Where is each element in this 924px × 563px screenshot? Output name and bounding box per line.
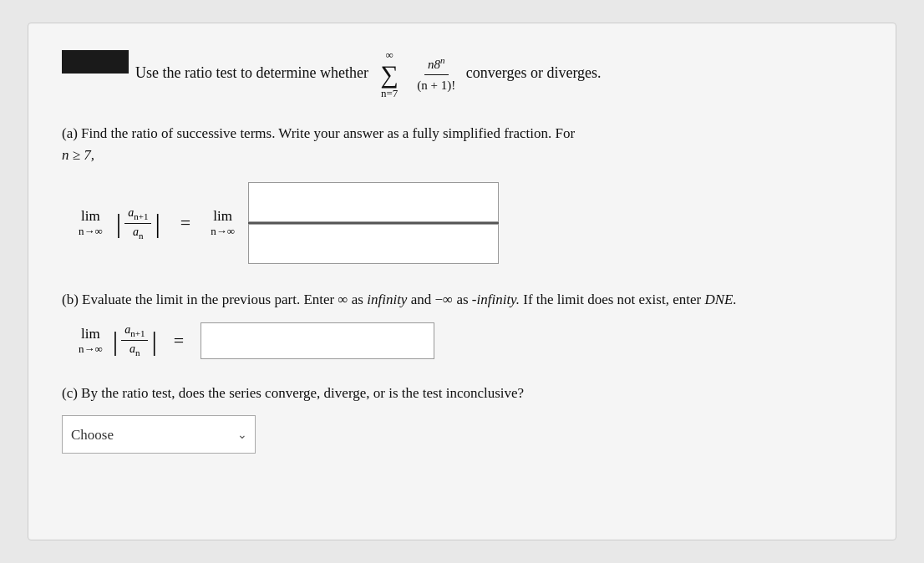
abs-bar-right-a: | — [155, 210, 160, 236]
series-numer-base: n — [428, 58, 434, 71]
inner-numer-b: an+1 — [121, 323, 148, 341]
series-numerator: n8n — [424, 53, 449, 76]
denom-b-sub: n — [135, 347, 140, 358]
denominator-input-a[interactable] — [248, 224, 499, 264]
part-c-label: (c) By the ratio test, does the series c… — [62, 383, 862, 404]
abs-bar-left-a: | — [116, 210, 121, 236]
series-fraction: n8n (n + 1)! — [414, 53, 459, 95]
lim-word-a1: lim — [81, 208, 100, 225]
part-b-section: (b) Evaluate the limit in the previous p… — [62, 289, 862, 359]
lim-sub-b: n→∞ — [79, 342, 103, 356]
part-a-section: (a) Find the ratio of successive terms. … — [62, 123, 862, 264]
suffix-text: converges or diverges. — [466, 64, 602, 81]
page-container: Use the ratio test to determine whether … — [0, 0, 924, 563]
abs-fraction-a: | an+1 an | — [116, 206, 160, 241]
part-b-text-end: If the limit does not exist, enter — [523, 292, 701, 307]
part-b-label: (b) Evaluate the limit in the previous p… — [62, 289, 862, 311]
big-fraction-a — [248, 182, 499, 264]
part-b-text-mid: and −∞ as — [411, 292, 469, 307]
equals-a: = — [180, 212, 190, 234]
part-b-infinity-italic: infinity — [367, 292, 407, 307]
card: Use the ratio test to determine whether … — [28, 23, 896, 540]
lim-block-a2: lim n→∞ — [211, 208, 235, 238]
part-b-neg-infinity-italic: -infinity. — [472, 292, 520, 307]
dropdown-wrapper: Choose converges diverges inconclusive ⌄ — [62, 415, 256, 454]
sigma-bottom-bound: n=7 — [381, 87, 398, 100]
denom-a-base: a — [133, 226, 139, 238]
part-a-label: (a) Find the ratio of successive terms. … — [62, 123, 862, 165]
lim-sub-a1: n→∞ — [79, 225, 103, 238]
equals-b: = — [174, 330, 184, 352]
lim-block-a1: lim n→∞ — [79, 208, 103, 238]
lim-word-a2: lim — [213, 208, 232, 225]
numer-a-sub: n+1 — [134, 211, 148, 221]
lim-sub-a2: n→∞ — [211, 225, 235, 238]
intro-text: Use the ratio test to determine whether — [135, 64, 368, 81]
numerator-input-a[interactable] — [248, 182, 499, 222]
header-row: Use the ratio test to determine whether … — [62, 48, 862, 99]
header-text: Use the ratio test to determine whether … — [135, 48, 602, 99]
numer-b-sub: n+1 — [130, 328, 145, 338]
sigma-symbol: ∑ — [380, 62, 398, 87]
part-b-text-start: (b) Evaluate the limit in the previous p… — [62, 292, 363, 307]
series-numer-8: 8 — [434, 58, 441, 71]
inner-fraction-b: an+1 an — [121, 323, 148, 358]
abs-fraction-b: | an+1 an | — [113, 323, 157, 358]
lim-block-b: lim n→∞ — [79, 326, 103, 356]
part-a-condition: n ≥ 7, — [62, 147, 94, 163]
inner-denom-b: an — [126, 341, 144, 358]
part-b-dne-italic: DNE. — [704, 292, 736, 307]
part-b-equation: lim n→∞ | an+1 an | = — [79, 322, 862, 359]
inner-numer-a: an+1 — [124, 206, 151, 224]
part-a-equation: lim n→∞ | an+1 an | = — [79, 182, 862, 264]
denom-a-sub: n — [139, 230, 144, 240]
abs-bar-left-b: | — [113, 327, 118, 354]
black-rect — [62, 50, 129, 74]
series-denominator: (n + 1)! — [414, 75, 459, 95]
inner-fraction-a: an+1 an — [124, 206, 151, 241]
inner-denom-a: an — [129, 224, 147, 241]
sigma-notation: ∞ ∑ n=7 — [380, 48, 398, 99]
convergence-dropdown[interactable]: Choose converges diverges inconclusive — [62, 415, 256, 454]
abs-bar-right-b: | — [151, 327, 156, 354]
part-c-section: (c) By the ratio test, does the series c… — [62, 383, 862, 454]
lim-word-b: lim — [81, 326, 100, 342]
answer-input-b[interactable] — [201, 322, 434, 359]
series-numer-exp: n — [440, 55, 445, 65]
denom-b-base: a — [129, 342, 135, 355]
